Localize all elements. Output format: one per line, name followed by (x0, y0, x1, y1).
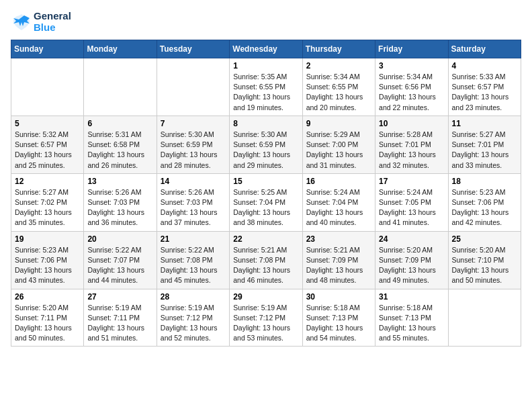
calendar-cell: 18Sunrise: 5:23 AMSunset: 7:06 PMDayligh… (448, 173, 521, 231)
calendar-cell (448, 289, 521, 347)
calendar-cell (157, 58, 229, 116)
calendar-cell: 11Sunrise: 5:27 AMSunset: 7:01 PMDayligh… (448, 116, 521, 173)
calendar-cell: 28Sunrise: 5:19 AMSunset: 7:12 PMDayligh… (157, 289, 229, 347)
calendar-header: SundayMondayTuesdayWednesdayThursdayFrid… (11, 40, 521, 58)
calendar-cell: 25Sunrise: 5:20 AMSunset: 7:10 PMDayligh… (448, 231, 521, 289)
day-info: Sunrise: 5:31 AMSunset: 6:58 PMDaylight:… (87, 130, 152, 171)
day-info: Sunrise: 5:22 AMSunset: 7:07 PMDaylight:… (87, 245, 152, 286)
day-info: Sunrise: 5:24 AMSunset: 7:04 PMDaylight:… (306, 187, 371, 228)
day-number: 24 (379, 234, 444, 244)
day-number: 13 (87, 177, 152, 186)
calendar-cell: 16Sunrise: 5:24 AMSunset: 7:04 PMDayligh… (302, 173, 375, 231)
day-number: 2 (306, 61, 371, 71)
weekday-header-sunday: Sunday (11, 40, 84, 58)
day-info: Sunrise: 5:30 AMSunset: 6:59 PMDaylight:… (161, 130, 226, 171)
day-info: Sunrise: 5:19 AMSunset: 7:12 PMDaylight:… (233, 303, 298, 344)
calendar-cell: 19Sunrise: 5:23 AMSunset: 7:06 PMDayligh… (11, 231, 84, 289)
day-info: Sunrise: 5:26 AMSunset: 7:03 PMDaylight:… (87, 187, 152, 228)
day-number: 18 (452, 177, 517, 186)
day-info: Sunrise: 5:33 AMSunset: 6:57 PMDaylight:… (452, 72, 517, 113)
calendar-cell: 29Sunrise: 5:19 AMSunset: 7:12 PMDayligh… (230, 289, 302, 347)
day-info: Sunrise: 5:25 AMSunset: 7:04 PMDaylight:… (233, 187, 298, 228)
page-header: General Blue (11, 11, 521, 33)
day-number: 9 (306, 119, 371, 128)
day-number: 19 (15, 234, 80, 244)
calendar-cell: 3Sunrise: 5:34 AMSunset: 6:56 PMDaylight… (375, 58, 448, 116)
day-number: 16 (306, 177, 371, 186)
day-info: Sunrise: 5:26 AMSunset: 7:03 PMDaylight:… (161, 187, 226, 228)
day-info: Sunrise: 5:20 AMSunset: 7:09 PMDaylight:… (379, 245, 444, 286)
weekday-header-tuesday: Tuesday (157, 40, 229, 58)
calendar-cell: 12Sunrise: 5:27 AMSunset: 7:02 PMDayligh… (11, 173, 84, 231)
calendar-body: 1Sunrise: 5:35 AMSunset: 6:55 PMDaylight… (11, 58, 521, 347)
calendar-week-3: 12Sunrise: 5:27 AMSunset: 7:02 PMDayligh… (11, 173, 521, 231)
day-number: 8 (233, 119, 298, 128)
day-info: Sunrise: 5:20 AMSunset: 7:10 PMDaylight:… (452, 245, 517, 286)
day-info: Sunrise: 5:18 AMSunset: 7:13 PMDaylight:… (379, 303, 444, 344)
calendar-cell: 7Sunrise: 5:30 AMSunset: 6:59 PMDaylight… (157, 116, 229, 173)
calendar-cell (84, 58, 157, 116)
calendar-cell (11, 58, 84, 116)
calendar-cell: 6Sunrise: 5:31 AMSunset: 6:58 PMDaylight… (84, 116, 157, 173)
calendar-week-2: 5Sunrise: 5:32 AMSunset: 6:57 PMDaylight… (11, 116, 521, 173)
day-info: Sunrise: 5:29 AMSunset: 7:00 PMDaylight:… (306, 130, 371, 171)
calendar-cell: 22Sunrise: 5:21 AMSunset: 7:08 PMDayligh… (230, 231, 302, 289)
day-info: Sunrise: 5:27 AMSunset: 7:02 PMDaylight:… (15, 187, 80, 228)
day-info: Sunrise: 5:30 AMSunset: 6:59 PMDaylight:… (233, 130, 298, 171)
calendar-cell: 1Sunrise: 5:35 AMSunset: 6:55 PMDaylight… (230, 58, 302, 116)
calendar-cell: 4Sunrise: 5:33 AMSunset: 6:57 PMDaylight… (448, 58, 521, 116)
calendar-cell: 9Sunrise: 5:29 AMSunset: 7:00 PMDaylight… (302, 116, 375, 173)
logo-bird-icon (11, 11, 32, 33)
day-number: 31 (379, 292, 444, 302)
logo: General Blue (11, 11, 71, 33)
day-number: 5 (15, 119, 80, 128)
day-number: 23 (306, 234, 371, 244)
calendar-cell: 14Sunrise: 5:26 AMSunset: 7:03 PMDayligh… (157, 173, 229, 231)
day-number: 1 (233, 61, 298, 71)
calendar-cell: 23Sunrise: 5:21 AMSunset: 7:09 PMDayligh… (302, 231, 375, 289)
weekday-header-friday: Friday (375, 40, 448, 58)
day-number: 3 (379, 61, 444, 71)
calendar-cell: 27Sunrise: 5:19 AMSunset: 7:11 PMDayligh… (84, 289, 157, 347)
logo-general: General (34, 11, 71, 22)
day-number: 26 (15, 292, 80, 302)
day-number: 22 (233, 234, 298, 244)
day-info: Sunrise: 5:19 AMSunset: 7:11 PMDaylight:… (87, 303, 152, 344)
day-info: Sunrise: 5:23 AMSunset: 7:06 PMDaylight:… (15, 245, 80, 286)
day-number: 28 (161, 292, 226, 302)
weekday-header-saturday: Saturday (448, 40, 521, 58)
calendar-cell: 31Sunrise: 5:18 AMSunset: 7:13 PMDayligh… (375, 289, 448, 347)
calendar-week-4: 19Sunrise: 5:23 AMSunset: 7:06 PMDayligh… (11, 231, 521, 289)
day-info: Sunrise: 5:21 AMSunset: 7:08 PMDaylight:… (233, 245, 298, 286)
weekday-header-wednesday: Wednesday (230, 40, 302, 58)
day-info: Sunrise: 5:19 AMSunset: 7:12 PMDaylight:… (161, 303, 226, 344)
calendar-cell: 2Sunrise: 5:34 AMSunset: 6:55 PMDaylight… (302, 58, 375, 116)
weekday-header-monday: Monday (84, 40, 157, 58)
day-number: 11 (452, 119, 517, 128)
logo-blue: Blue (34, 22, 71, 34)
day-number: 27 (87, 292, 152, 302)
day-info: Sunrise: 5:22 AMSunset: 7:08 PMDaylight:… (161, 245, 226, 286)
day-info: Sunrise: 5:28 AMSunset: 7:01 PMDaylight:… (379, 130, 444, 171)
day-info: Sunrise: 5:24 AMSunset: 7:05 PMDaylight:… (379, 187, 444, 228)
day-info: Sunrise: 5:20 AMSunset: 7:11 PMDaylight:… (15, 303, 80, 344)
calendar-cell: 5Sunrise: 5:32 AMSunset: 6:57 PMDaylight… (11, 116, 84, 173)
day-number: 21 (161, 234, 226, 244)
day-info: Sunrise: 5:34 AMSunset: 6:56 PMDaylight:… (379, 72, 444, 113)
calendar-cell: 20Sunrise: 5:22 AMSunset: 7:07 PMDayligh… (84, 231, 157, 289)
calendar-table: SundayMondayTuesdayWednesdayThursdayFrid… (11, 40, 521, 347)
calendar-cell: 30Sunrise: 5:18 AMSunset: 7:13 PMDayligh… (302, 289, 375, 347)
day-info: Sunrise: 5:23 AMSunset: 7:06 PMDaylight:… (452, 187, 517, 228)
calendar-cell: 21Sunrise: 5:22 AMSunset: 7:08 PMDayligh… (157, 231, 229, 289)
day-number: 7 (161, 119, 226, 128)
day-info: Sunrise: 5:18 AMSunset: 7:13 PMDaylight:… (306, 303, 371, 344)
calendar-cell: 13Sunrise: 5:26 AMSunset: 7:03 PMDayligh… (84, 173, 157, 231)
day-number: 10 (379, 119, 444, 128)
day-number: 14 (161, 177, 226, 186)
day-info: Sunrise: 5:35 AMSunset: 6:55 PMDaylight:… (233, 72, 298, 113)
day-number: 6 (87, 119, 152, 128)
calendar-cell: 15Sunrise: 5:25 AMSunset: 7:04 PMDayligh… (230, 173, 302, 231)
day-number: 25 (452, 234, 517, 244)
day-number: 29 (233, 292, 298, 302)
calendar-cell: 26Sunrise: 5:20 AMSunset: 7:11 PMDayligh… (11, 289, 84, 347)
